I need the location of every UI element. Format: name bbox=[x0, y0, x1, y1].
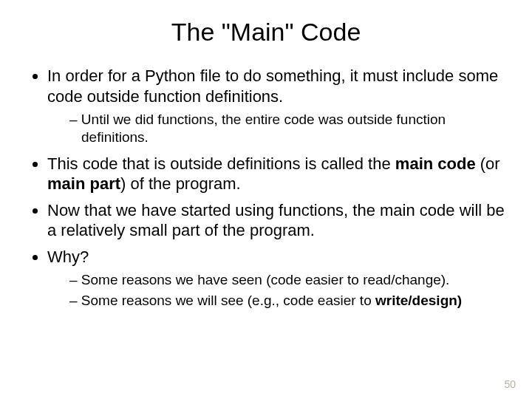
list-item: In order for a Python file to do somethi… bbox=[47, 66, 510, 146]
bullet-text: This code that is outside definitions is… bbox=[47, 154, 395, 173]
bullet-text: (or bbox=[476, 154, 500, 173]
bullet-list: In order for a Python file to do somethi… bbox=[22, 66, 510, 310]
bullet-text: Some reasons we have seen (code easier t… bbox=[81, 272, 450, 287]
sub-bullet-list: Until we did functions, the entire code … bbox=[47, 111, 510, 146]
list-item: Why? Some reasons we have seen (code eas… bbox=[47, 247, 510, 310]
slide: The "Main" Code In order for a Python fi… bbox=[0, 0, 532, 399]
list-item: Now that we have started using functions… bbox=[47, 200, 510, 241]
list-item: Some reasons we have seen (code easier t… bbox=[69, 271, 510, 289]
sub-bullet-list: Some reasons we have seen (code easier t… bbox=[47, 271, 510, 310]
bullet-text: In order for a Python file to do somethi… bbox=[47, 66, 498, 106]
list-item: Some reasons we will see (e.g., code eas… bbox=[69, 292, 510, 310]
bullet-text: Why? bbox=[47, 248, 89, 266]
bold-text: write/design) bbox=[375, 293, 462, 308]
page-number: 50 bbox=[504, 378, 516, 390]
list-item: This code that is outside definitions is… bbox=[47, 154, 510, 194]
bullet-text: Some reasons we will see (e.g., code eas… bbox=[81, 293, 375, 308]
page-title: The "Main" Code bbox=[22, 18, 510, 47]
bold-text: main part bbox=[47, 174, 120, 193]
bullet-text: ) of the program. bbox=[120, 174, 241, 193]
bullet-text: Now that we have started using functions… bbox=[47, 201, 505, 240]
bold-text: main code bbox=[395, 154, 476, 173]
list-item: Until we did functions, the entire code … bbox=[69, 111, 510, 146]
bullet-text: Until we did functions, the entire code … bbox=[81, 112, 446, 145]
